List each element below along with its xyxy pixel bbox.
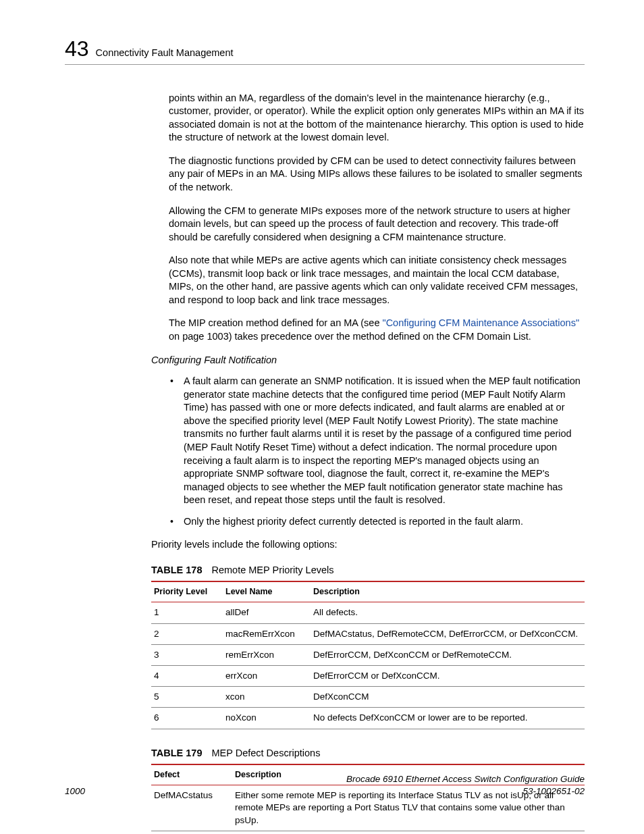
table-cell: DefErrorCCM, DefXconCCM or DefRemoteCCM. [311,644,585,665]
table-header-cell: Description [311,581,585,602]
table-cell: errXcon [223,665,311,686]
table-cell: All defects. [311,602,585,623]
table-title: Remote MEP Priority Levels [211,565,333,575]
table-row: 5 xcon DefXconCCM [151,687,585,708]
page-footer: 1000 Brocade 6910 Ethernet Access Switch… [65,773,585,798]
table-cell: 1 [151,602,223,623]
table-row: 1 allDef All defects. [151,602,585,623]
table-row: 4 errXcon DefErrorCCM or DefXconCCM. [151,665,585,686]
page-header: 43 Connectivity Fault Management [65,38,585,65]
table-cell: noXcon [223,708,311,729]
body-paragraph: points within an MA, regardless of the d… [169,92,585,145]
body-paragraph: Allowing the CFM to generate MIPs expose… [169,205,585,244]
sub-heading: Configuring Fault Notification [151,354,585,367]
table-row: 3 remErrXcon DefErrorCCM, DefXconCCM or … [151,644,585,665]
table-cell: 5 [151,687,223,708]
table-cell: DefMACstatus, DefRemoteCCM, DefErrorCCM,… [311,623,585,644]
text-run: on page 1003) takes precedence over the … [169,331,531,342]
footer-doc-id: 53-1002651-02 [346,785,585,798]
table-header-cell: Level Name [223,581,311,602]
table-cell: remErrXcon [223,644,311,665]
table-cell: macRemErrXcon [223,623,311,644]
page-number: 1000 [65,785,85,798]
table-cell: DefErrorCCM or DefXconCCM. [311,665,585,686]
table-cell: 2 [151,623,223,644]
table-header-cell: Priority Level [151,581,223,602]
table-cell: allDef [223,602,311,623]
text-run: The MIP creation method defined for an M… [169,317,383,328]
table-cell: 6 [151,708,223,729]
table-label: TABLE 178 [151,565,202,575]
cross-reference-link[interactable]: "Configuring CFM Maintenance Association… [383,317,580,328]
table-cell: No defects DefXconCCM or lower are to be… [311,708,585,729]
table-cell: The MEP is not receiving valid CCMs from… [232,831,585,834]
table-caption: TABLE 179MEP Defect Descriptions [151,747,585,760]
table-caption: TABLE 178Remote MEP Priority Levels [151,564,585,577]
table-cell: DefXconCCM [311,687,585,708]
footer-doc-title: Brocade 6910 Ethernet Access Switch Conf… [346,773,585,785]
bullet-list: A fault alarm can generate an SNMP notif… [169,375,585,528]
table-label: TABLE 179 [151,748,202,758]
table-row: 2 macRemErrXcon DefMACstatus, DefRemoteC… [151,623,585,644]
body-paragraph: Also note that while MEPs are active age… [169,254,585,307]
body-paragraph: The MIP creation method defined for an M… [169,317,585,343]
body-paragraph: The diagnostic functions provided by CFM… [169,155,585,194]
table-178: Priority Level Level Name Description 1 … [151,581,585,729]
table-row: 6 noXcon No defects DefXconCCM or lower … [151,708,585,729]
table-title: MEP Defect Descriptions [211,748,320,758]
table-cell: xcon [223,687,311,708]
table-cell: 3 [151,644,223,665]
table-cell: DefRemoteCCM [151,831,232,834]
list-item: Only the highest priority defect current… [169,515,585,529]
table-row: DefRemoteCCM The MEP is not receiving va… [151,831,585,834]
chapter-title: Connectivity Fault Management [96,47,234,60]
list-item: A fault alarm can generate an SNMP notif… [169,375,585,507]
table-cell: 4 [151,665,223,686]
body-paragraph: Priority levels include the following op… [151,538,585,552]
chapter-number: 43 [65,38,89,59]
